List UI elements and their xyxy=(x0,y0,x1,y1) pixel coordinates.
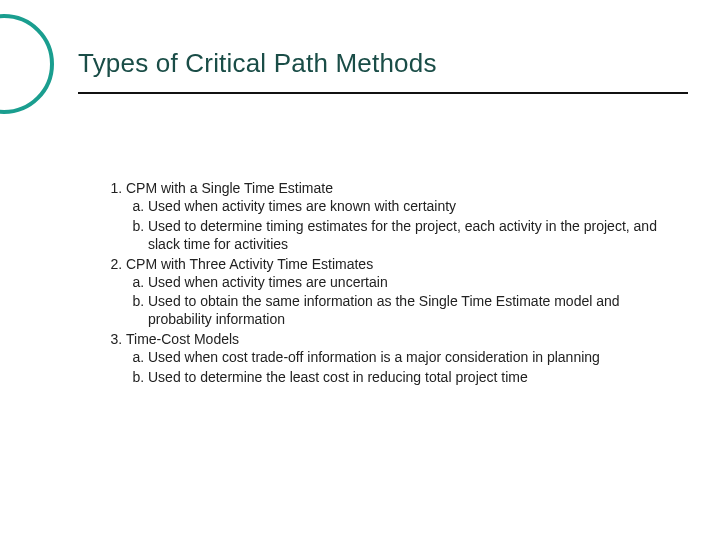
sub-list: Used when activity times are uncertain U… xyxy=(126,274,672,330)
sub-list: Used when activity times are known with … xyxy=(126,198,672,254)
body: CPM with a Single Time Estimate Used whe… xyxy=(104,180,672,389)
sub-item: Used when activity times are known with … xyxy=(148,198,672,216)
list-item-label: Time-Cost Models xyxy=(126,331,239,347)
sub-item: Used when cost trade-off information is … xyxy=(148,349,672,367)
list-item: Time-Cost Models Used when cost trade-of… xyxy=(126,331,672,387)
sub-list: Used when cost trade-off information is … xyxy=(126,349,672,387)
sub-item: Used to determine timing estimates for t… xyxy=(148,218,672,254)
ordered-list: CPM with a Single Time Estimate Used whe… xyxy=(104,180,672,387)
slide-title: Types of Critical Path Methods xyxy=(78,48,680,79)
list-item: CPM with Three Activity Time Estimates U… xyxy=(126,256,672,330)
sub-item: Used to determine the least cost in redu… xyxy=(148,369,672,387)
title-wrap: Types of Critical Path Methods xyxy=(78,48,680,79)
decorative-circle-icon xyxy=(0,14,54,114)
list-item: CPM with a Single Time Estimate Used whe… xyxy=(126,180,672,254)
sub-item: Used to obtain the same information as t… xyxy=(148,293,672,329)
title-underline xyxy=(78,92,688,94)
slide: Types of Critical Path Methods CPM with … xyxy=(0,0,720,540)
list-item-label: CPM with a Single Time Estimate xyxy=(126,180,333,196)
list-item-label: CPM with Three Activity Time Estimates xyxy=(126,256,373,272)
sub-item: Used when activity times are uncertain xyxy=(148,274,672,292)
